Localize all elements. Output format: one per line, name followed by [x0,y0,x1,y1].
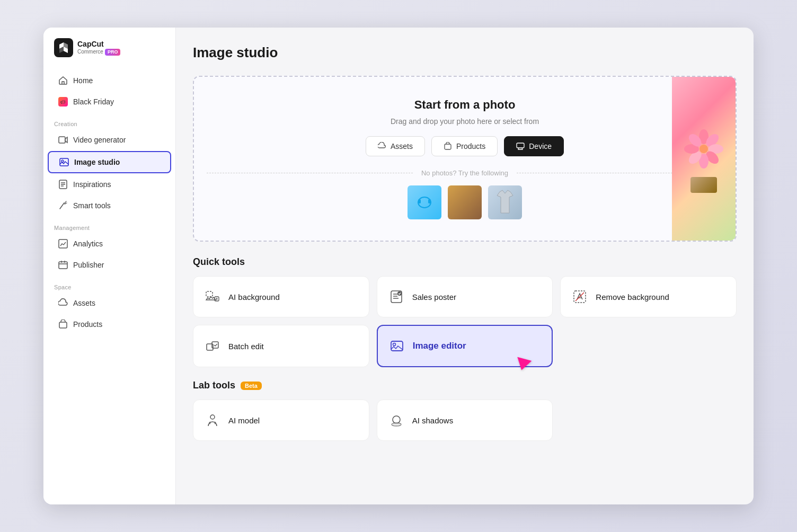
lab-tools-title-row: Lab tools Beta [193,380,737,391]
app-window: CapCut Commerce PRO Home 🏷 [43,28,754,504]
sidebar-item-image-studio[interactable]: Image studio [48,151,171,173]
wand-icon [58,201,68,210]
ai-background-label: AI background [228,292,280,302]
sidebar-item-home[interactable]: Home [48,70,171,91]
sample-photo-2[interactable] [448,185,482,219]
flower-background [672,77,736,241]
svg-point-3 [61,160,64,162]
image-edit-icon [388,338,405,354]
sidebar-label-assets: Assets [73,299,95,307]
quick-tools-section: Quick tools AI background [193,256,737,367]
products-button[interactable]: Products [431,136,498,156]
sales-poster-label: Sales poster [412,292,456,302]
upload-area[interactable]: Start from a photo Drag and drop your ph… [193,76,737,242]
upload-subtitle: Drag and drop your photo here or select … [391,117,539,126]
logo-area: CapCut Commerce PRO [43,38,175,70]
upload-title: Start from a photo [414,98,516,112]
assets-button[interactable]: Assets [366,136,425,156]
ai-model-label: AI model [228,416,260,425]
no-photos-divider: No photos? Try the following [207,169,723,177]
section-management-label: Management [43,216,175,233]
tag-icon: 🏷 [58,97,68,107]
svg-rect-12 [428,199,431,203]
ai-shadows-label: AI shadows [412,416,454,425]
ai-model-icon [204,412,221,429]
flower-svg [680,125,728,173]
chart-icon [58,239,68,249]
shirt-sample [494,189,516,216]
page-title: Image studio [193,45,737,61]
tool-ai-background[interactable]: AI background [193,276,369,317]
lab-tools-section: Lab tools Beta AI model [193,380,737,441]
batch-icon [204,338,221,354]
cursor-arrow [515,357,532,372]
batch-edit-label: Batch edit [228,342,264,351]
sample-photo-1[interactable] [408,185,441,219]
svg-rect-1 [59,137,65,143]
sidebar-item-smart-tools[interactable]: Smart tools [48,196,171,216]
logo-sub-text: Commerce PRO [77,49,120,56]
tool-sales-poster[interactable]: Sales poster [377,276,553,317]
svg-point-33 [393,416,400,423]
sidebar-item-publisher[interactable]: Publisher [48,255,171,275]
products-upload-icon [444,142,452,150]
sidebar: CapCut Commerce PRO Home 🏷 [43,28,176,504]
sidebar-label-image-studio: Image studio [74,158,120,166]
lab-tools-title: Lab tools [193,380,235,391]
svg-point-34 [392,423,401,426]
device-icon [516,142,525,150]
upload-buttons: Assets Products Device [366,136,564,156]
remove-bg-icon [571,288,588,305]
logo-text: CapCut Commerce PRO [77,40,120,56]
capcut-logo-icon [54,38,73,57]
section-creation-label: Creation [43,112,175,129]
side-photo [672,77,736,241]
svg-rect-30 [391,341,403,351]
svg-rect-2 [60,158,68,166]
headphone-sample [414,192,435,213]
svg-rect-22 [206,291,212,297]
tool-image-editor[interactable]: Image editor [377,325,553,367]
box-icon [58,320,68,329]
home-icon [58,76,68,85]
tool-ai-model[interactable]: AI model [193,400,369,441]
remove-background-label: Remove background [596,292,669,302]
main-content: Image studio Start from a photo Drag and… [176,28,754,504]
video-icon [58,135,68,145]
sidebar-label-black-friday: Black Friday [73,97,114,106]
tool-ai-shadows[interactable]: AI shadows [377,400,553,441]
cloud-upload-icon [378,142,386,150]
device-button[interactable]: Device [504,136,564,156]
sidebar-label-products: Products [73,320,102,329]
ai-bg-icon [204,288,221,305]
sidebar-item-assets[interactable]: Assets [48,293,171,313]
svg-point-31 [393,343,395,346]
sidebar-label-video-generator: Video generator [73,136,126,144]
ai-shadow-icon [388,412,405,429]
svg-point-13 [699,145,708,153]
svg-rect-11 [418,199,421,203]
pro-badge: PRO [105,49,121,56]
sample-photo-3[interactable] [488,185,522,219]
sidebar-label-smart-tools: Smart tools [73,201,111,210]
svg-point-32 [210,415,215,419]
beta-badge: Beta [241,382,262,390]
svg-rect-8 [445,144,451,149]
cloud-icon [58,298,68,308]
svg-rect-6 [59,262,67,269]
sidebar-item-black-friday[interactable]: 🏷 Black Friday [48,92,171,112]
logo-main-text: CapCut [77,40,120,49]
tool-remove-background[interactable]: Remove background [560,276,737,317]
sidebar-item-inspirations[interactable]: Inspirations [48,174,171,194]
sample-photos [408,185,522,219]
sidebar-item-products[interactable]: Products [48,314,171,334]
svg-rect-7 [59,322,67,328]
calendar-icon [58,260,68,270]
section-space-label: Space [43,276,175,292]
tool-batch-edit[interactable]: Batch edit [193,325,369,367]
sidebar-item-video-generator[interactable]: Video generator [48,130,171,150]
sidebar-label-publisher: Publisher [73,261,104,269]
poster-icon [388,288,405,305]
sidebar-item-analytics[interactable]: Analytics [48,234,171,254]
svg-rect-5 [59,240,67,248]
